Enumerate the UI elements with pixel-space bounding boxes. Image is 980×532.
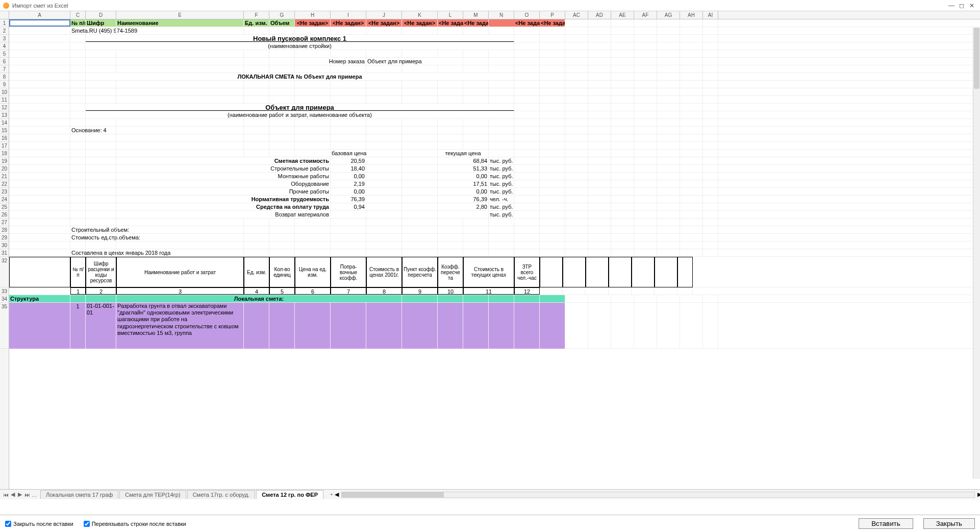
- cell[interactable]: [565, 219, 588, 226]
- cell[interactable]: [366, 134, 402, 141]
- cell[interactable]: [9, 58, 70, 65]
- cell[interactable]: [463, 50, 489, 57]
- cell[interactable]: [703, 249, 718, 256]
- cell[interactable]: [703, 295, 718, 302]
- cell[interactable]: [514, 119, 540, 126]
- cell[interactable]: [331, 96, 366, 103]
- cell[interactable]: [588, 173, 611, 180]
- cell[interactable]: Стоимость в ценах 2001г.: [366, 257, 402, 287]
- cell[interactable]: Ед. изм.: [244, 257, 269, 287]
- cell[interactable]: [9, 111, 70, 118]
- cell[interactable]: [565, 27, 588, 34]
- cell[interactable]: Номер заказа: [295, 58, 366, 65]
- cell[interactable]: Шифр: [86, 19, 116, 27]
- cell[interactable]: [588, 119, 611, 126]
- cell[interactable]: [402, 165, 438, 172]
- cell[interactable]: [588, 303, 611, 349]
- cell[interactable]: [463, 142, 489, 149]
- cell[interactable]: [9, 127, 70, 134]
- cell[interactable]: [611, 42, 634, 50]
- cell[interactable]: [269, 127, 295, 134]
- cell[interactable]: [295, 27, 331, 34]
- close-window-button[interactable]: ✕: [967, 1, 977, 11]
- cell[interactable]: [565, 234, 588, 241]
- cell[interactable]: [9, 249, 70, 256]
- cell[interactable]: [540, 249, 565, 256]
- cell[interactable]: [680, 42, 703, 50]
- cell[interactable]: [331, 211, 366, 218]
- cell[interactable]: [540, 295, 565, 302]
- row-header-19[interactable]: 19: [0, 157, 9, 165]
- sheet-tab[interactable]: Смета для ТЕР(14гр): [119, 490, 186, 499]
- cell[interactable]: [565, 295, 588, 302]
- cell[interactable]: [540, 127, 565, 134]
- cell[interactable]: [463, 249, 489, 256]
- cell[interactable]: [703, 81, 718, 88]
- cell[interactable]: [331, 81, 366, 88]
- horizontal-scroll-thumb[interactable]: [342, 492, 444, 497]
- col-header-AF[interactable]: AF: [634, 11, 657, 19]
- cell[interactable]: [295, 226, 331, 233]
- cell[interactable]: [588, 81, 611, 88]
- cell[interactable]: [402, 303, 438, 349]
- cell[interactable]: [657, 226, 680, 233]
- cell[interactable]: [634, 241, 657, 249]
- cell[interactable]: [9, 35, 70, 42]
- cell[interactable]: [514, 150, 540, 157]
- cell[interactable]: [295, 219, 331, 226]
- cell[interactable]: 18,40: [331, 165, 366, 172]
- cell[interactable]: [9, 96, 70, 103]
- cell[interactable]: [438, 127, 463, 134]
- cell[interactable]: Объект для примера: [366, 58, 463, 65]
- cell[interactable]: [244, 65, 269, 72]
- cell[interactable]: [703, 88, 718, 95]
- cell[interactable]: [588, 188, 611, 195]
- cell[interactable]: [680, 241, 703, 249]
- cell[interactable]: 8: [366, 287, 402, 295]
- cell[interactable]: [540, 27, 565, 34]
- row-header-20[interactable]: 20: [0, 165, 9, 173]
- cell[interactable]: [70, 142, 86, 149]
- rebind-rows-checkbox[interactable]: Перевязывать строки после вставки: [84, 521, 186, 527]
- rebind-rows-input[interactable]: [84, 521, 90, 527]
- cell[interactable]: [680, 27, 703, 34]
- cell[interactable]: [703, 65, 718, 72]
- cell[interactable]: [657, 35, 680, 42]
- cell[interactable]: [244, 27, 269, 34]
- cell[interactable]: [565, 127, 588, 134]
- cell[interactable]: [514, 58, 540, 65]
- cell[interactable]: [86, 211, 116, 218]
- cell[interactable]: [565, 35, 588, 42]
- cell[interactable]: (наименование стройки): [86, 42, 514, 50]
- cell[interactable]: [402, 234, 438, 241]
- cell[interactable]: [402, 65, 438, 72]
- cell[interactable]: [438, 134, 463, 141]
- row-header-13[interactable]: 13: [0, 111, 9, 119]
- cell[interactable]: [438, 65, 463, 72]
- cell[interactable]: 76,39: [331, 196, 366, 203]
- cell[interactable]: [86, 81, 116, 88]
- cell[interactable]: [514, 180, 540, 187]
- row-header-6[interactable]: 6: [0, 58, 9, 65]
- cell[interactable]: [540, 88, 565, 95]
- cell[interactable]: 2: [86, 287, 116, 295]
- cell[interactable]: [514, 42, 540, 50]
- cell[interactable]: [489, 249, 514, 256]
- cell[interactable]: [402, 88, 438, 95]
- cell[interactable]: [86, 157, 116, 164]
- cell[interactable]: [680, 81, 703, 88]
- cell[interactable]: [586, 287, 609, 295]
- cell[interactable]: [244, 127, 269, 134]
- cell[interactable]: [540, 42, 565, 50]
- cell[interactable]: [269, 303, 295, 349]
- cell[interactable]: Стоимость ед.стр.объема:: [70, 234, 86, 241]
- cell[interactable]: Шифр расценки и коды ресурсов: [86, 257, 116, 287]
- cell[interactable]: [331, 303, 366, 349]
- cell[interactable]: [402, 134, 438, 141]
- cell[interactable]: [540, 150, 565, 157]
- cell[interactable]: [295, 81, 331, 88]
- cell[interactable]: [244, 58, 269, 65]
- cell[interactable]: [680, 134, 703, 141]
- cell[interactable]: [463, 96, 489, 103]
- cell[interactable]: [366, 219, 402, 226]
